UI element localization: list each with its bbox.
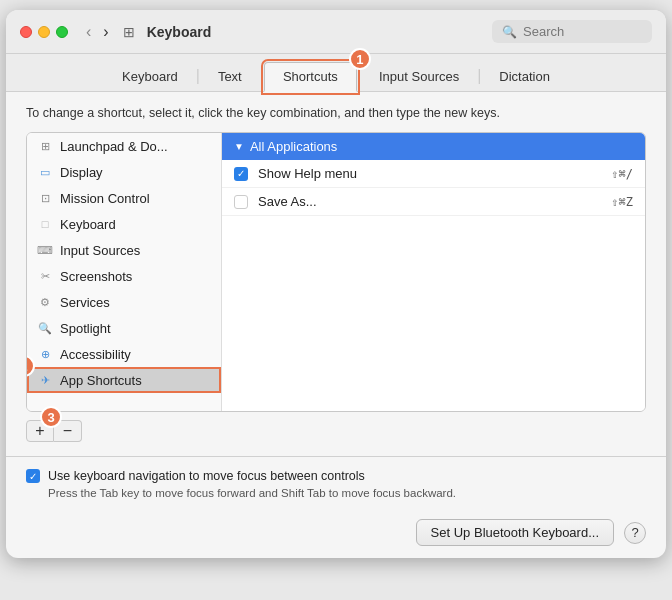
traffic-lights	[20, 26, 68, 38]
app-shortcuts-icon: ✈	[37, 372, 53, 388]
search-icon: 🔍	[502, 25, 517, 39]
left-item-keyboard[interactable]: □ Keyboard	[27, 211, 221, 237]
left-item-input[interactable]: ⌨ Input Sources	[27, 237, 221, 263]
display-icon: ▭	[37, 164, 53, 180]
shortcut-checkbox-saveas[interactable]	[234, 195, 248, 209]
left-item-mission[interactable]: ⊡ Mission Control	[27, 185, 221, 211]
keyboard-preferences-window: ‹ › ⊞ Keyboard 🔍 Keyboard | Text | Short…	[6, 10, 666, 558]
screenshots-icon: ✂	[37, 268, 53, 284]
tab-shortcuts[interactable]: Shortcuts	[264, 62, 357, 92]
help-button[interactable]: ?	[624, 522, 646, 544]
minimize-button[interactable]	[38, 26, 50, 38]
bottom-section: ✓ Use keyboard navigation to move focus …	[6, 456, 666, 509]
left-item-spotlight[interactable]: 🔍 Spotlight	[27, 315, 221, 341]
pane-wrapper: ⊞ Launchpad & Do... ▭ Display ⊡ Mission …	[26, 132, 646, 442]
footer: Set Up Bluetooth Keyboard... ?	[6, 509, 666, 558]
grid-icon: ⊞	[123, 24, 135, 40]
services-icon: ⚙	[37, 294, 53, 310]
left-item-services[interactable]: ⚙ Services	[27, 289, 221, 315]
tab-dictation[interactable]: Dictation	[481, 63, 568, 92]
left-item-app-shortcuts[interactable]: 2 ✈ App Shortcuts	[27, 367, 221, 393]
keyboard-nav-subtext: Press the Tab key to move focus forward …	[48, 487, 646, 499]
shortcut-row-help[interactable]: ✓ Show Help menu ⇧⌘/	[222, 160, 645, 188]
tab-input-sources[interactable]: Input Sources	[361, 63, 477, 92]
main-content: To change a shortcut, select it, click t…	[6, 92, 666, 456]
shortcut-checkbox-help[interactable]: ✓	[234, 167, 248, 181]
left-item-screenshots[interactable]: ✂ Screenshots	[27, 263, 221, 289]
input-icon: ⌨	[37, 242, 53, 258]
nav-buttons: ‹ ›	[82, 22, 113, 42]
keyboard-nav-checkbox-row[interactable]: ✓ Use keyboard navigation to move focus …	[26, 469, 646, 483]
instruction-text: To change a shortcut, select it, click t…	[26, 106, 646, 120]
accessibility-icon: ⊕	[37, 346, 53, 362]
setup-bluetooth-button[interactable]: Set Up Bluetooth Keyboard...	[416, 519, 614, 546]
chevron-down-icon: ▼	[234, 141, 244, 152]
close-button[interactable]	[20, 26, 32, 38]
shortcuts-pane: ⊞ Launchpad & Do... ▭ Display ⊡ Mission …	[26, 132, 646, 412]
titlebar: ‹ › ⊞ Keyboard 🔍	[6, 10, 666, 54]
tab-text[interactable]: Text	[200, 63, 260, 92]
shortcut-row-saveas[interactable]: Save As... ⇧⌘Z	[222, 188, 645, 216]
forward-button[interactable]: ›	[99, 22, 112, 42]
left-item-accessibility[interactable]: ⊕ Accessibility	[27, 341, 221, 367]
left-item-launchpad[interactable]: ⊞ Launchpad & Do...	[27, 133, 221, 159]
badge-1: 1	[349, 48, 371, 70]
left-item-display[interactable]: ▭ Display	[27, 159, 221, 185]
zoom-button[interactable]	[56, 26, 68, 38]
mission-icon: ⊡	[37, 190, 53, 206]
right-pane: ▼ All Applications ✓ Show Help menu ⇧⌘/ …	[222, 133, 645, 411]
window-title: Keyboard	[147, 24, 484, 40]
badge-3: 3	[40, 406, 62, 428]
tab-keyboard[interactable]: Keyboard	[104, 63, 196, 92]
keyboard-icon: □	[37, 216, 53, 232]
right-header: ▼ All Applications	[222, 133, 645, 160]
spotlight-icon: 🔍	[37, 320, 53, 336]
search-bar[interactable]: 🔍	[492, 20, 652, 43]
keyboard-nav-checkbox[interactable]: ✓	[26, 469, 40, 483]
tabs-bar: Keyboard | Text | Shortcuts 1 | Input So…	[6, 54, 666, 92]
launchpad-icon: ⊞	[37, 138, 53, 154]
back-button[interactable]: ‹	[82, 22, 95, 42]
left-pane: ⊞ Launchpad & Do... ▭ Display ⊡ Mission …	[27, 133, 222, 411]
search-input[interactable]	[523, 24, 642, 39]
